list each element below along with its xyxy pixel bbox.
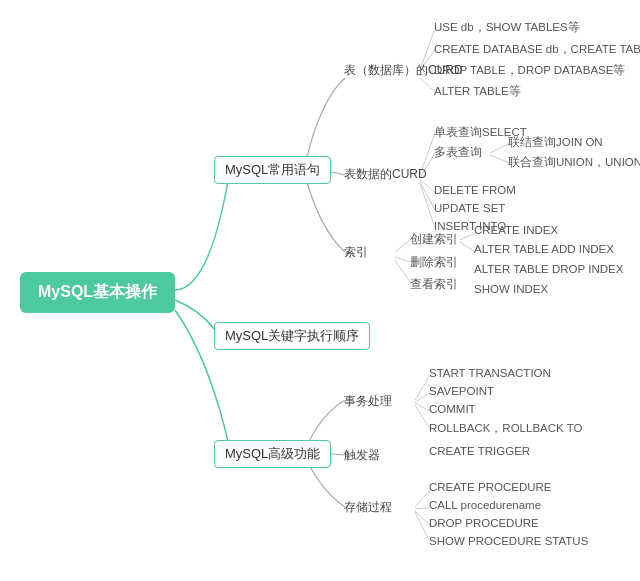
svg-line-8 xyxy=(420,183,435,228)
svg-line-14 xyxy=(460,233,475,240)
leaf-create-trigger: CREATE TRIGGER xyxy=(429,445,530,457)
leaf-union: 联合查询UNION，UNION ALL xyxy=(508,155,640,170)
leaf-alter-table: ALTER TABLE等 xyxy=(434,84,521,99)
leaf-alter-drop-index: ALTER TABLE DROP INDEX xyxy=(474,263,623,275)
node-procedure: 存储过程 xyxy=(344,499,392,516)
svg-line-21 xyxy=(415,508,430,509)
leaf-show-index: SHOW INDEX xyxy=(474,283,548,295)
svg-line-16 xyxy=(415,375,430,400)
root-node: MySQL基本操作 xyxy=(20,272,175,313)
svg-line-10 xyxy=(490,155,510,163)
svg-line-13 xyxy=(395,260,410,282)
node-create-index: 创建索引 xyxy=(410,232,458,247)
node-mysql-common: MySQL常用语句 xyxy=(214,156,331,184)
node-update: UPDATE SET xyxy=(434,202,505,214)
leaf-create-index: CREATE INDEX xyxy=(474,224,558,236)
svg-line-15 xyxy=(460,242,475,252)
svg-line-3 xyxy=(420,78,435,92)
leaf-use-db: USE db，SHOW TABLES等 xyxy=(434,20,580,35)
leaf-rollback: ROLLBACK，ROLLBACK TO xyxy=(429,421,582,436)
svg-line-7 xyxy=(420,182,435,210)
node-index: 索引 xyxy=(344,244,368,261)
leaf-drop-procedure: DROP PROCEDURE xyxy=(429,517,539,529)
leaf-alter-add-index: ALTER TABLE ADD INDEX xyxy=(474,243,614,255)
svg-line-23 xyxy=(415,512,430,542)
leaf-commit: COMMIT xyxy=(429,403,476,415)
svg-line-12 xyxy=(395,257,410,262)
node-advanced: MySQL高级功能 xyxy=(214,440,331,468)
svg-line-18 xyxy=(415,403,430,411)
svg-line-22 xyxy=(415,511,430,525)
node-multi-query: 多表查询 xyxy=(434,145,482,160)
svg-line-17 xyxy=(415,393,430,402)
leaf-create-procedure: CREATE PROCEDURE xyxy=(429,481,551,493)
svg-line-11 xyxy=(395,240,410,252)
leaf-start-transaction: START TRANSACTION xyxy=(429,367,551,379)
leaf-create-db: CREATE DATABASE db，CREATE TABLE等 xyxy=(434,42,640,57)
node-keyword-order: MySQL关键字执行顺序 xyxy=(214,322,370,350)
mind-map: MySQL基本操作 MySQL常用语句 表（数据库）的CURD USE db，S… xyxy=(0,0,640,581)
node-trigger: 触发器 xyxy=(344,447,380,464)
leaf-join-on: 联结查询JOIN ON xyxy=(508,135,603,150)
node-drop-index: 删除索引 xyxy=(410,255,458,270)
svg-line-20 xyxy=(415,490,430,507)
node-tabledata-curd: 表数据的CURD xyxy=(344,166,427,183)
svg-line-19 xyxy=(415,405,430,429)
leaf-drop-table: DROP TABLE，DROP DATABASE等 xyxy=(434,63,625,78)
leaf-show-procedure-status: SHOW PROCEDURE STATUS xyxy=(429,535,588,547)
svg-line-9 xyxy=(490,143,510,153)
node-show-index: 查看索引 xyxy=(410,277,458,292)
node-transaction: 事务处理 xyxy=(344,393,392,410)
node-delete: DELETE FROM xyxy=(434,184,516,196)
leaf-call-procedure: CALL procedurename xyxy=(429,499,541,511)
leaf-savepoint: SAVEPOINT xyxy=(429,385,494,397)
